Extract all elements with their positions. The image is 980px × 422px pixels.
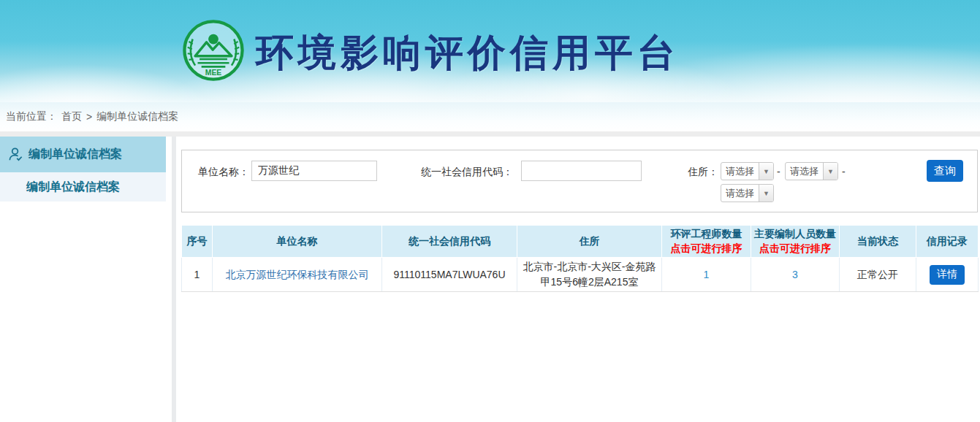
person-check-icon (7, 146, 24, 163)
address-city-select[interactable]: 请选择 ▼ (785, 162, 838, 180)
column-header-credit-record: 信用记录 (916, 226, 979, 258)
credit-code-label: 统一社会信用代码： (421, 166, 513, 179)
page-title: 环境影响评价信用平台 (256, 28, 680, 79)
breadcrumb-label: 当前位置： (6, 110, 57, 123)
unit-name-label: 单位名称： (198, 166, 249, 179)
cell-status: 正常公开 (840, 258, 916, 292)
address-district-select[interactable]: 请选择 ▼ (721, 184, 774, 202)
result-table: 序号 单位名称 统一社会信用代码 住所 环评工程师数量 点击可进行排序 主要编制… (181, 225, 979, 292)
address-province-select[interactable]: 请选择 ▼ (721, 162, 774, 180)
cell-credit-code: 91110115MA7LWUA76U (382, 258, 517, 292)
sidebar-subitem-unit-credit-archive[interactable]: 编制单位诚信档案 (0, 172, 166, 202)
address-dash: - (842, 166, 846, 177)
site-header: MEE 环境影响评价信用平台 (0, 0, 980, 102)
logo-mee-text: MEE (205, 69, 221, 77)
column-header-credit-code: 统一社会信用代码 (382, 226, 517, 258)
breadcrumb: 当前位置： 首页 > 编制单位诚信档案 (0, 102, 980, 131)
breadcrumb-current: 编制单位诚信档案 (96, 110, 178, 123)
address-label: 住所： (688, 166, 718, 179)
chevron-down-icon[interactable]: ▼ (759, 163, 773, 180)
column-header-index: 序号 (182, 226, 213, 258)
column-label: 主要编制人员数量 (754, 228, 836, 239)
select-value: 请选择 (721, 163, 759, 180)
header-divider-strip (0, 131, 980, 137)
main-panel: 单位名称： 统一社会信用代码： 住所： 请选择 ▼ - 请选择 ▼ - 请选择 … (181, 137, 978, 422)
unit-name-input[interactable] (251, 161, 377, 181)
column-header-unit-name: 单位名称 (213, 226, 382, 258)
column-header-address: 住所 (517, 226, 662, 258)
detail-button[interactable]: 详情 (930, 265, 965, 285)
column-header-staff-count[interactable]: 主要编制人员数量 点击可进行排序 (751, 226, 840, 258)
engineer-count-link[interactable]: 1 (704, 269, 710, 280)
mee-logo: MEE (182, 19, 245, 82)
credit-code-input[interactable] (521, 161, 642, 181)
sort-hint: 点击可进行排序 (753, 242, 837, 256)
sidebar-item-unit-credit-archive[interactable]: 编制单位诚信档案 (0, 137, 166, 172)
search-panel: 单位名称： 统一社会信用代码： 住所： 请选择 ▼ - 请选择 ▼ - 请选择 … (181, 150, 978, 212)
table-header-row: 序号 单位名称 统一社会信用代码 住所 环评工程师数量 点击可进行排序 主要编制… (182, 226, 979, 258)
chevron-down-icon[interactable]: ▼ (759, 185, 773, 202)
column-header-status: 当前状态 (840, 226, 916, 258)
address-dash: - (777, 166, 780, 177)
sort-hint: 点击可进行排序 (664, 242, 749, 256)
column-header-engineer-count[interactable]: 环评工程师数量 点击可进行排序 (662, 226, 751, 258)
cell-index: 1 (182, 258, 213, 292)
chevron-down-icon[interactable]: ▼ (823, 163, 837, 180)
sidebar-subitem-label: 编制单位诚信档案 (26, 180, 120, 195)
breadcrumb-separator: > (86, 111, 92, 123)
unit-name-link[interactable]: 北京万源世纪环保科技有限公司 (226, 269, 369, 280)
select-value: 请选择 (721, 185, 759, 202)
query-button[interactable]: 查询 (927, 160, 963, 182)
table-row: 1 北京万源世纪环保科技有限公司 91110115MA7LWUA76U 北京市-… (182, 258, 979, 292)
sidebar-item-label: 编制单位诚信档案 (29, 147, 122, 162)
breadcrumb-home-link[interactable]: 首页 (61, 110, 82, 123)
vertical-divider (172, 137, 176, 422)
cell-address: 北京市-北京市-大兴区-金苑路甲15号6幢2层A215室 (517, 258, 662, 292)
content-area: 编制单位诚信档案 编制单位诚信档案 单位名称： 统一社会信用代码： 住所： 请选… (0, 137, 980, 422)
sidebar: 编制单位诚信档案 编制单位诚信档案 (0, 137, 166, 422)
staff-count-link[interactable]: 3 (792, 269, 798, 280)
column-label: 环评工程师数量 (671, 228, 742, 239)
select-value: 请选择 (786, 163, 823, 180)
